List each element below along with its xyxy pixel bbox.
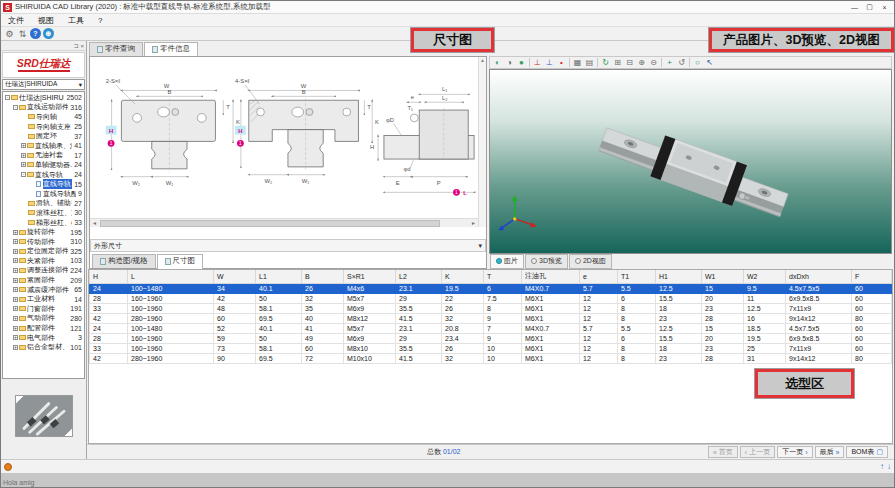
tree-expander-icon[interactable]: + xyxy=(13,278,18,283)
tree-item[interactable]: +紧固部件209 xyxy=(3,275,84,285)
tree-item[interactable]: -直线导轨24 xyxy=(3,170,84,180)
zoom-window-icon[interactable]: ⊞ xyxy=(612,57,623,68)
tree-expander-icon[interactable]: + xyxy=(13,297,18,302)
tree-item[interactable]: +夹紧部件103 xyxy=(3,256,84,266)
render-view-icon[interactable]: ● xyxy=(516,57,527,68)
drawing-tab-尺寸图[interactable]: 尺寸图 xyxy=(157,254,204,269)
menu-item-?[interactable]: ? xyxy=(91,16,109,25)
table-row[interactable]: 33160~19607358.160M8x1035.52610M6X112818… xyxy=(90,343,892,353)
dimension-type-select[interactable]: 外形尺寸 ▾ xyxy=(90,239,486,252)
shaded-view-icon[interactable]: ◐ xyxy=(492,57,503,68)
tree-item[interactable]: +配管部件121 xyxy=(3,323,84,333)
tree-expander-icon[interactable]: + xyxy=(13,230,18,235)
page-button-下一页[interactable]: 下一页› xyxy=(777,446,812,458)
tree-expander-icon[interactable]: + xyxy=(13,239,18,244)
column-header-e[interactable]: e xyxy=(580,270,618,283)
tree-expander-icon[interactable]: + xyxy=(21,162,26,167)
tab-零件查询[interactable]: 零件查询 xyxy=(89,42,143,56)
tree-item[interactable]: 滚珠丝杠、支..30 xyxy=(3,208,84,218)
column-header-H1[interactable]: H1 xyxy=(656,270,702,283)
close-button[interactable]: × xyxy=(877,2,892,13)
minimize-button[interactable]: — xyxy=(847,2,862,13)
column-header-W1[interactable]: W1 xyxy=(702,270,744,283)
tree-item[interactable]: +工业材料14 xyxy=(3,294,84,304)
table-row[interactable]: 42280~19609069.572M10x1041.53210M6X11282… xyxy=(90,353,892,363)
tree-item[interactable]: 直线导轨15 xyxy=(3,179,84,189)
globe-icon[interactable]: ⊕ xyxy=(43,28,54,39)
material-icon[interactable]: ▦ xyxy=(572,57,583,68)
pan-icon[interactable]: + xyxy=(664,57,675,68)
tree-item[interactable]: 导向轴支座25 xyxy=(3,122,84,132)
column-header-H[interactable]: H xyxy=(90,270,128,283)
tree-expander-icon[interactable]: + xyxy=(13,335,18,340)
viewer-tab-2D视图[interactable]: 2D视图 xyxy=(569,254,612,269)
scroll-left-icon[interactable]: ◄ xyxy=(90,220,99,226)
tree-expander-icon[interactable]: + xyxy=(13,316,18,321)
table-row[interactable]: 28160~1960425032M5x729227.5M6X112615.520… xyxy=(90,293,892,303)
tree-expander-icon[interactable]: - xyxy=(21,172,26,177)
tree-expander-icon[interactable]: - xyxy=(5,95,10,100)
close-icon[interactable]: × xyxy=(80,43,84,49)
page-button-最后[interactable]: 最后» xyxy=(815,446,845,458)
column-header-F[interactable]: F xyxy=(852,270,892,283)
tree-expander-icon[interactable]: + xyxy=(13,326,18,331)
tree-item[interactable]: +调整连接部件224 xyxy=(3,266,84,276)
tree-item[interactable]: +门窗部件191 xyxy=(3,304,84,314)
tree-item[interactable]: +旋转部件195 xyxy=(3,227,84,237)
column-header-dxDxh[interactable]: dxDxh xyxy=(786,270,852,283)
axis-small-icon[interactable]: ⊥ xyxy=(544,57,555,68)
tree-item[interactable]: +铝合金型材、配件101 xyxy=(3,342,84,352)
column-header-L1[interactable]: L1 xyxy=(256,270,302,283)
catalog-select[interactable]: 仕瑞达|SHIRUIDA ▾ xyxy=(2,79,85,90)
orbit-icon[interactable]: ○ xyxy=(692,57,703,68)
table-row[interactable]: 24100~14805240.141M5x723.120.87M4X0.75.7… xyxy=(90,323,892,333)
tree-item[interactable]: +电气部件3 xyxy=(3,333,84,343)
table-row[interactable]: 28160~1960595049M6x92923.49M6X112615.520… xyxy=(90,333,892,343)
menu-item-文件[interactable]: 文件 xyxy=(1,15,31,26)
settings-icon[interactable]: ⚙ xyxy=(4,28,15,39)
help-icon[interactable]: ? xyxy=(30,28,41,39)
tree-expander-icon[interactable]: + xyxy=(13,258,18,263)
tree-item[interactable]: +气动部件280 xyxy=(3,314,84,324)
tree-expander-icon[interactable]: + xyxy=(13,249,18,254)
select-icon[interactable]: ↖ xyxy=(704,57,715,68)
wireframe-view-icon[interactable]: ◑ xyxy=(504,57,515,68)
menu-item-视图[interactable]: 视图 xyxy=(31,15,61,26)
menu-item-工具[interactable]: 工具 xyxy=(61,15,91,26)
viewer-tab-图片[interactable]: 图片 xyxy=(490,254,524,269)
tree-item[interactable]: 梯形丝杠、样..33 xyxy=(3,218,84,228)
viewer-tab-3D预览[interactable]: 3D预览 xyxy=(525,254,568,269)
page-button-BOM表[interactable]: BOM表▢ xyxy=(846,446,888,458)
tree-item[interactable]: -仕瑞达|SHIRUIDA2502 xyxy=(3,93,84,103)
tree-item[interactable]: +传动部件310 xyxy=(3,237,84,247)
scroll-up-icon[interactable]: ↑ xyxy=(880,462,884,471)
tree-expander-icon[interactable]: + xyxy=(13,345,18,350)
table-row[interactable]: 42280~19606069.540M8x1241.5329M6X1128232… xyxy=(90,313,892,323)
tree-expander-icon[interactable]: + xyxy=(13,306,18,311)
3d-viewport[interactable] xyxy=(489,69,892,254)
column-header-注油孔[interactable]: 注油孔 xyxy=(522,270,580,283)
zoom-in-icon[interactable]: ⊕ xyxy=(636,57,647,68)
maximize-button[interactable]: ▢ xyxy=(862,2,877,13)
table-row[interactable]: 24100~14803440.126M4x623.119.56M4X0.75.7… xyxy=(90,283,892,293)
scrollbar-thumb[interactable] xyxy=(100,220,440,227)
tree-item[interactable]: -直线运动部件316 xyxy=(3,103,84,113)
rotate-icon[interactable]: ↻ xyxy=(600,57,611,68)
tree-item[interactable]: +单轴驱动器..24 xyxy=(3,160,84,170)
column-header-B[interactable]: B xyxy=(302,270,344,283)
tree-item[interactable]: 固定环37 xyxy=(3,131,84,141)
tree-item[interactable]: 滑轨、辅助导轨27 xyxy=(3,199,84,209)
grid-icon[interactable]: ▤ xyxy=(584,57,595,68)
column-header-W2[interactable]: W2 xyxy=(744,270,786,283)
drawing-vertical-scrollbar[interactable]: ▲ xyxy=(478,57,486,227)
column-header-T1[interactable]: T1 xyxy=(618,270,656,283)
tree-item[interactable]: 导向轴45 xyxy=(3,112,84,122)
zoom-out-icon[interactable]: ⊖ xyxy=(648,57,659,68)
column-header-L2[interactable]: L2 xyxy=(396,270,442,283)
column-header-T[interactable]: T xyxy=(484,270,522,283)
column-header-K[interactable]: K xyxy=(442,270,484,283)
pin-icon[interactable]: ⊐ xyxy=(73,43,78,49)
drawing-horizontal-scrollbar[interactable]: ◄ ► xyxy=(90,218,478,227)
zoom-extents-icon[interactable]: ⊟ xyxy=(624,57,635,68)
tree-expander-icon[interactable]: + xyxy=(13,287,18,292)
